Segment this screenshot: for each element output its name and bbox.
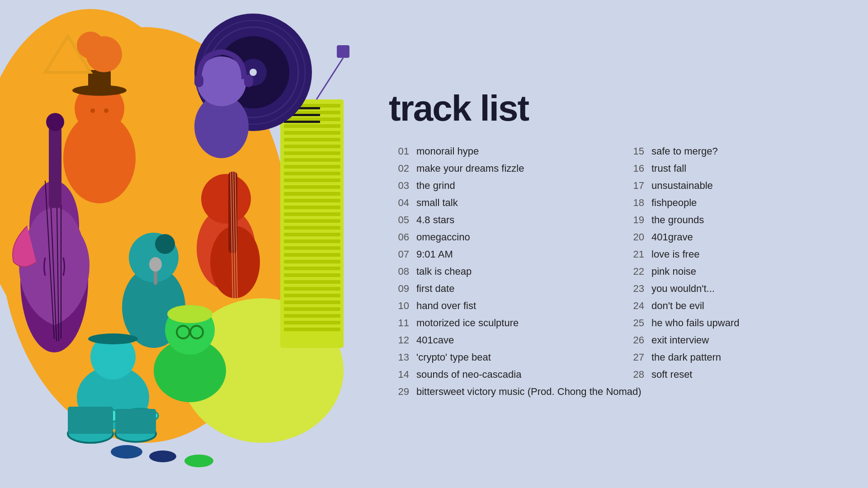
svg-rect-30 [284,273,340,277]
track-name: 401grave [651,231,693,243]
track-item: 14 sounds of neo-cascadia [389,366,606,383]
track-name: 4.8 stars [416,214,454,226]
svg-rect-32 [284,287,340,291]
track-name: the dark pattern [651,352,721,363]
svg-point-100 [149,450,176,462]
svg-rect-17 [284,185,340,189]
svg-rect-51 [244,75,253,87]
svg-rect-36 [284,314,340,318]
track-name: love is free [651,249,699,260]
svg-rect-33 [284,294,340,297]
svg-rect-18 [284,192,340,196]
svg-rect-9 [284,131,340,135]
track-item: 13 'crypto' type beat [389,349,606,366]
track-item: 24 don't be evil [624,297,841,314]
track-item: 17 unsustainable [624,177,841,194]
track-name: motorized ice sculpture [416,317,519,329]
track-number: 12 [389,334,409,346]
track-number: 03 [389,180,409,192]
track-number: 29 [389,386,409,398]
svg-point-45 [250,69,257,76]
track-number: 06 [389,231,409,243]
svg-rect-15 [284,172,340,175]
track-number: 19 [624,214,644,226]
track-item: 18 fishpeople [624,194,841,211]
album-art [0,0,362,488]
svg-point-65 [46,113,64,131]
track-number: 09 [389,283,409,295]
svg-point-101 [184,455,213,467]
track-item: 21 love is free [624,246,841,263]
svg-rect-28 [284,260,340,263]
track-name: first date [416,283,454,295]
track-name: safe to merge? [651,145,718,157]
track-name: small talk [416,197,458,209]
track-number: 07 [389,249,409,260]
track-number: 13 [389,352,409,363]
track-name: monorail hype [416,145,479,157]
svg-point-99 [111,445,142,459]
track-item: 15 safe to merge? [624,143,841,160]
track-item: 25 he who fails upward [624,314,841,332]
track-number: 16 [624,163,644,174]
svg-point-72 [201,174,251,224]
track-item: 02 make your dreams fizzle [389,160,606,177]
track-name: the grounds [651,214,704,226]
svg-rect-12 [284,151,340,155]
track-number: 05 [389,214,409,226]
svg-rect-8 [284,124,340,128]
svg-rect-13 [284,158,340,162]
track-number: 22 [624,266,644,277]
track-item: 09 first date [389,280,606,297]
track-number: 14 [389,369,409,380]
track-item: 20 401grave [624,229,841,246]
track-number: 10 [389,300,409,312]
track-name: bittersweet victory music (Prod. Chong t… [416,386,642,398]
track-item: 27 the dark pattern [624,349,841,366]
track-item: 10 hand over fist [389,297,606,314]
page-title: track list [389,88,841,129]
track-item: 01 monorail hype [389,143,606,160]
track-item: 16 trust fall [624,160,841,177]
track-number: 24 [624,300,644,312]
svg-rect-21 [284,212,340,216]
track-name: you wouldn't... [651,283,715,295]
track-item: 03 the grind [389,177,606,194]
track-number: 21 [624,249,644,260]
track-name: omegaccino [416,231,470,243]
track-name: sounds of neo-cascadia [416,369,521,380]
track-number: 01 [389,145,409,157]
track-number: 04 [389,197,409,209]
track-name: hand over fist [416,300,476,312]
track-number: 08 [389,266,409,277]
track-item: 04 small talk [389,194,606,211]
svg-rect-50 [194,75,203,87]
svg-rect-64 [49,127,61,208]
svg-rect-98 [115,409,156,434]
track-name: 9:01 AM [416,249,453,260]
track-name: fishpeople [651,197,697,209]
track-number: 11 [389,317,409,329]
track-number: 25 [624,317,644,329]
track-number: 26 [624,334,644,346]
track-item: 05 4.8 stars [389,211,606,229]
svg-rect-22 [284,219,340,223]
track-item: 12 401cave [389,332,606,349]
svg-rect-10 [284,138,340,141]
svg-point-68 [155,234,175,254]
track-name: pink noise [651,266,696,277]
svg-rect-20 [284,206,340,209]
svg-rect-14 [284,165,340,169]
track-number: 20 [624,231,644,243]
track-item: 28 soft reset [624,366,841,383]
track-number: 18 [624,197,644,209]
track-name: don't be evil [651,300,704,312]
svg-point-56 [90,108,95,113]
svg-rect-26 [284,246,340,250]
svg-rect-25 [284,239,340,243]
track-name: the grind [416,180,455,192]
svg-point-70 [149,257,162,272]
track-name: unsustainable [651,180,713,192]
svg-rect-11 [284,145,340,148]
track-name: soft reset [651,369,692,380]
